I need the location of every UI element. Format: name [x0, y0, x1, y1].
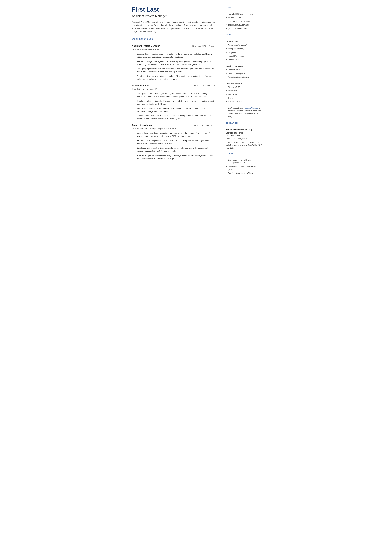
job-3: Project Coordinator June 2010 – January …: [132, 124, 216, 160]
list-item: Certified Associate of Project Managemen…: [226, 159, 263, 164]
list-item: github.com/resumeworded: [226, 27, 263, 30]
job-2-title: Facility Manager: [132, 84, 149, 87]
job-title: Assistant Project Manager: [132, 14, 216, 19]
job-1-title: Assistant Project Manager: [132, 44, 160, 48]
list-item: email@resumeworded.com: [226, 20, 263, 23]
job-3-title: Project Coordinator: [132, 124, 153, 127]
job-1: Assistant Project Manager November 2015 …: [132, 44, 216, 81]
other-divider: [226, 156, 263, 156]
edu-institution: Resume Worded University: [226, 128, 263, 131]
list-item: linkedin.com/in/username: [226, 23, 263, 26]
job-3-header: Project Coordinator June 2010 – January …: [132, 124, 216, 127]
list-item: Contract Management: [226, 72, 263, 75]
other-label: OTHER: [226, 152, 263, 155]
list-item: Assisted in developing a project schedul…: [133, 75, 216, 81]
list-item: Developed relationships with 72 vendors …: [133, 100, 216, 106]
list-item: Microsoft Project: [226, 100, 263, 103]
summary: Assistant Project Manager with over 9 ye…: [132, 21, 216, 33]
list-item: Trello: [226, 97, 263, 99]
list-item: Project Management: [226, 55, 263, 57]
list-item: IBM SPSS: [226, 93, 263, 96]
skills-label: SKILLS: [226, 34, 263, 36]
other-list: Certified Associate of Project Managemen…: [226, 159, 263, 175]
list-item: Provided support to 300 sales teams by p…: [133, 154, 216, 160]
list-item: Construction: [226, 58, 263, 61]
list-item: Project Management Professional (PMP).: [226, 165, 263, 171]
work-experience-section: WORK EXPERIENCE Assistant Project Manage…: [132, 38, 216, 160]
job-2-company: Growthsi, San Francisco, CA: [132, 88, 216, 91]
tip-before: Don't forget to use: [228, 107, 244, 109]
work-experience-label: WORK EXPERIENCE: [132, 38, 216, 40]
edu-field: Civil Engineering: [226, 134, 263, 137]
education-label: EDUCATION: [226, 122, 263, 125]
job-2-bullets: Managed the hiring, training, coaching, …: [132, 92, 216, 120]
list-item: Supported in developing a project schedu…: [133, 53, 216, 59]
job-1-dates: November 2015 – Present: [192, 45, 216, 48]
right-column: CONTACT Newark, NJ (Open to Remote) +1-2…: [221, 0, 267, 554]
industry-label: Industry Knowledge:: [226, 65, 263, 67]
list-item: Atlassian JIRA: [226, 86, 263, 89]
contact-label: CONTACT: [226, 6, 263, 9]
technical-label: Technical Skills:: [226, 40, 263, 43]
other-section: OTHER Certified Associate of Project Man…: [226, 152, 263, 175]
list-item: Interpreted project specifications, requ…: [133, 139, 216, 145]
job-3-bullets: Identified and closed communication gaps…: [132, 132, 216, 160]
job-1-company: Resume Worded, New York, NY: [132, 48, 216, 51]
list-item: Administrative Assistance: [226, 76, 263, 78]
list-item: Salesforce: [226, 89, 263, 92]
tools-skills-list: Atlassian JIRA Salesforce IBM SPSS Trell…: [226, 86, 263, 103]
left-column: First Last Assistant Project Manager Ass…: [125, 0, 221, 554]
list-item: Certified ScrumMaster (CSM).: [226, 172, 263, 175]
list-item: Reduced the energy consumption of 200 ho…: [133, 114, 216, 120]
list-item: Managed the hiring, training, coaching, …: [133, 92, 216, 98]
industry-skills-list: Project Coordination Contract Management…: [226, 68, 263, 78]
resume-worded-link[interactable]: Resume Worded: [244, 107, 258, 109]
edu-location: Boston, MA — May 2010: [226, 137, 263, 140]
edu-awards: Awards: Resume Worded Teaching Fellow (o…: [226, 141, 263, 149]
job-1-bullets: Supported in developing a project schedu…: [132, 53, 216, 81]
list-item: Managed projects' schedule and resources…: [133, 67, 216, 74]
list-item: Newark, NJ (Open to Remote): [226, 13, 263, 15]
job-3-company: Resume Worded's Exciting Company, New Yo…: [132, 127, 216, 130]
list-item: Budgeting: [226, 51, 263, 54]
name: First Last: [132, 6, 216, 13]
resume-tip: Don't forget to use Resume Worded to sca…: [226, 107, 263, 118]
edu-degree: Bachelor of Science: [226, 132, 263, 134]
skills-section: SKILLS Technical Skills: Basecamp (Advan…: [226, 34, 263, 118]
list-item: Project Coordination: [226, 68, 263, 71]
list-item: Basecamp (Advanced): [226, 44, 263, 47]
contact-section: CONTACT Newark, NJ (Open to Remote) +1-2…: [226, 6, 263, 30]
contact-list: Newark, NJ (Open to Remote) +1-234-456-7…: [226, 13, 263, 30]
list-item: Identified and closed communication gaps…: [133, 132, 216, 138]
tools-label: Tools and Software:: [226, 82, 263, 85]
list-item: Managed the day-to-day operations of a $…: [133, 107, 216, 113]
job-2-dates: June 2013 – October 2015: [192, 84, 215, 87]
job-2: Facility Manager June 2013 – October 201…: [132, 84, 216, 120]
job-2-header: Facility Manager June 2013 – October 201…: [132, 84, 216, 87]
job-1-header: Assistant Project Manager November 2015 …: [132, 44, 216, 48]
education-section: EDUCATION Resume Worded University Bache…: [226, 122, 263, 149]
technical-skills-list: Basecamp (Advanced) SAP (Experienced) Bu…: [226, 44, 263, 61]
list-item: SAP (Experienced): [226, 47, 263, 50]
list-item: Developed an internal training program f…: [133, 147, 216, 153]
industry-skills-block: Industry Knowledge: Project Coordination…: [226, 65, 263, 78]
technical-skills-block: Technical Skills: Basecamp (Advanced) SA…: [226, 40, 263, 61]
job-3-dates: June 2010 – January 2013: [192, 124, 215, 127]
tools-skills-block: Tools and Software: Atlassian JIRA Sales…: [226, 82, 263, 103]
list-item: Assisted 10 Project Managers in the day-…: [133, 60, 216, 66]
resume-page: First Last Assistant Project Manager Ass…: [125, 0, 267, 554]
list-item: +1-234-456-789: [226, 16, 263, 19]
